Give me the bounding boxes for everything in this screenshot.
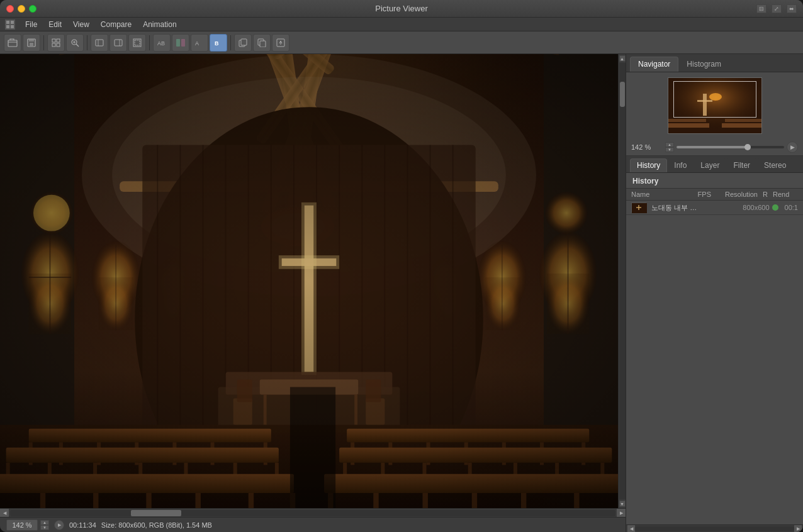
svg-text:B: B — [215, 40, 219, 47]
menu-file[interactable]: File — [20, 19, 42, 30]
minimize-button[interactable] — [18, 5, 25, 13]
svg-rect-6 — [29, 39, 34, 42]
zoom-input[interactable] — [6, 519, 38, 531]
svg-rect-156 — [668, 119, 706, 122]
svg-rect-24 — [181, 39, 185, 47]
history-item-resolution: 800x600 — [726, 204, 770, 211]
v-scroll-track[interactable] — [619, 63, 626, 499]
main-window: Picture Viewer ⊟ ⤢ ⬌ File Edit View Comp… — [0, 0, 803, 532]
h-scrollbar[interactable]: ◀ ▶ — [0, 508, 626, 517]
export-button[interactable] — [272, 34, 289, 52]
panel-scroll-left-button[interactable]: ◀ — [627, 525, 635, 533]
tab-layer[interactable]: Layer — [694, 158, 726, 172]
prev-render-button[interactable] — [91, 34, 108, 52]
grid-button[interactable] — [47, 34, 65, 52]
tab-histogram[interactable]: Histogram — [678, 57, 729, 72]
scroll-left-button[interactable]: ◀ — [0, 509, 9, 518]
scroll-up-button[interactable]: ▲ — [619, 55, 626, 62]
svg-rect-11 — [57, 43, 60, 47]
zoom-value-label: 142 % — [631, 143, 663, 151]
tab-info[interactable]: Info — [667, 158, 694, 172]
zoom-button[interactable] — [66, 34, 84, 52]
zoom-slider[interactable] — [677, 146, 784, 148]
nav-zoom-up-button[interactable]: ▲ — [665, 142, 674, 147]
svg-rect-163 — [636, 207, 641, 208]
ab-mode-button[interactable]: AB — [153, 34, 171, 52]
maximize-button[interactable] — [29, 5, 36, 13]
tab-navigator[interactable]: Navigator — [630, 57, 678, 72]
svg-rect-28 — [241, 39, 247, 45]
traffic-lights — [6, 5, 36, 13]
nav-zoom-stepper: ▲ ▼ — [665, 142, 674, 152]
menu-animation[interactable]: Animation — [138, 19, 181, 30]
ab-split-button[interactable] — [172, 34, 189, 52]
zoom-forward-button[interactable]: ▶ — [787, 141, 798, 153]
play-button[interactable]: ▶ — [54, 520, 64, 530]
h-scroll-thumb[interactable] — [131, 510, 181, 516]
menu-edit[interactable]: Edit — [43, 19, 67, 30]
navigator-preview — [626, 72, 803, 139]
nav-zoom-down-button[interactable]: ▼ — [665, 147, 674, 152]
scroll-right-button[interactable]: ▶ — [617, 509, 626, 518]
col-r-header: R — [760, 191, 770, 198]
paste-button[interactable] — [253, 34, 271, 52]
col-res-header: Resolution — [714, 191, 758, 198]
render-status-dot — [772, 204, 778, 211]
status-zoom: ▲ ▼ — [6, 519, 49, 531]
svg-rect-9 — [57, 39, 60, 42]
arrow-icon[interactable]: ⬌ — [787, 4, 797, 13]
panel-h-scroll-track[interactable] — [635, 526, 794, 531]
zoom-slider-thumb[interactable] — [744, 144, 751, 150]
title-bar: Picture Viewer ⊟ ⤢ ⬌ — [0, 0, 803, 18]
image-container[interactable] — [0, 54, 618, 508]
panel-split-icon[interactable]: ⊟ — [756, 4, 766, 13]
v-scroll-thumb[interactable] — [620, 82, 625, 107]
tab-stereo[interactable]: Stereo — [757, 158, 793, 172]
main-content: ▲ ▼ ◀ ▶ ▲ — [0, 54, 803, 532]
zoom-slider-fill — [677, 146, 746, 148]
svg-rect-0 — [6, 21, 9, 24]
panel-scroll-right-button[interactable]: ▶ — [794, 525, 802, 533]
scroll-down-button[interactable]: ▼ — [619, 501, 626, 507]
zoom-stepper: ▲ ▼ — [40, 520, 49, 530]
expand-icon[interactable]: ⤢ — [772, 4, 782, 13]
col-fps-header: FPS — [689, 191, 711, 198]
history-row[interactable]: 노대동 내부 투시도 * 800x600 00:1 — [626, 201, 803, 215]
next-render-button[interactable] — [110, 34, 127, 52]
menu-view[interactable]: View — [68, 19, 94, 30]
history-item-time: 00:1 — [785, 204, 798, 211]
channel-button[interactable]: A — [191, 34, 208, 52]
zoom-increment-button[interactable]: ▲ — [40, 520, 49, 525]
tab-filter[interactable]: Filter — [726, 158, 757, 172]
history-item-indicator — [772, 204, 782, 211]
svg-rect-7 — [30, 43, 33, 46]
channel-b-button[interactable]: B — [210, 34, 227, 52]
svg-rect-18 — [115, 40, 122, 46]
col-name-header: Name — [631, 191, 687, 198]
preview-viewport-indicator — [673, 81, 756, 118]
svg-rect-159 — [722, 123, 762, 128]
panel-h-scrollbar[interactable]: ◀ ▶ — [626, 524, 803, 532]
v-scrollbar[interactable]: ▲ ▼ — [618, 54, 626, 508]
navigator-tabs: Navigator Histogram — [626, 54, 803, 72]
render-region-button[interactable] — [128, 34, 146, 52]
copy-button[interactable] — [234, 34, 252, 52]
svg-rect-8 — [52, 39, 55, 42]
tab-history[interactable]: History — [630, 158, 667, 172]
open-button[interactable] — [4, 34, 21, 52]
svg-text:AB: AB — [157, 40, 165, 47]
svg-rect-157 — [668, 123, 709, 128]
separator-4 — [230, 35, 231, 50]
status-bar: ▲ ▼ ▶ 00:11:34 Size: 800x600, RGB (8Bit)… — [0, 517, 626, 532]
right-panel: Navigator Histogram — [626, 54, 803, 532]
svg-rect-16 — [96, 40, 103, 46]
title-bar-actions: ⊟ ⤢ ⬌ — [756, 4, 797, 13]
h-scroll-track[interactable] — [10, 510, 615, 516]
history-section: History Name FPS Resolution R Rend — [626, 173, 803, 524]
close-button[interactable] — [6, 5, 14, 13]
zoom-decrement-button[interactable]: ▼ — [40, 525, 49, 530]
status-time: 00:11:34 — [69, 521, 96, 529]
menu-compare[interactable]: Compare — [96, 19, 137, 30]
church-image — [0, 54, 618, 508]
save-button[interactable] — [23, 34, 40, 52]
